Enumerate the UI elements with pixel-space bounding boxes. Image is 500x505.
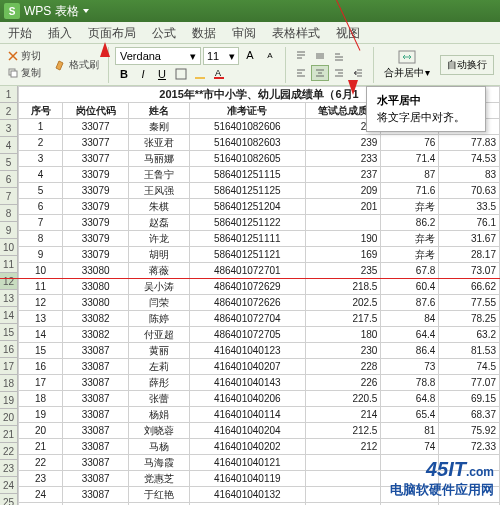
- cell[interactable]: 马杨: [129, 439, 190, 455]
- cell[interactable]: 马丽娜: [129, 151, 190, 167]
- row-header[interactable]: 7: [0, 188, 18, 205]
- cell[interactable]: 66.62: [439, 279, 500, 295]
- row-header[interactable]: 19: [0, 392, 18, 409]
- cell[interactable]: 586401251115: [189, 167, 305, 183]
- cell[interactable]: 11: [19, 279, 63, 295]
- cell[interactable]: 33087: [63, 359, 129, 375]
- increase-font-button[interactable]: A: [241, 47, 259, 63]
- cell[interactable]: 416401040119: [189, 471, 305, 487]
- cell[interactable]: 陈婷: [129, 311, 190, 327]
- cell[interactable]: 9: [19, 247, 63, 263]
- menu-3[interactable]: 公式: [144, 22, 184, 43]
- cell[interactable]: 弃考: [381, 199, 439, 215]
- cell[interactable]: 486401072626: [189, 295, 305, 311]
- cell[interactable]: 180: [305, 327, 381, 343]
- italic-button[interactable]: I: [134, 66, 152, 82]
- cell[interactable]: 19: [19, 407, 63, 423]
- cell[interactable]: 416401040123: [189, 343, 305, 359]
- cell[interactable]: 左莉: [129, 359, 190, 375]
- cell[interactable]: 169: [305, 247, 381, 263]
- row-header[interactable]: 15: [0, 324, 18, 341]
- row-header[interactable]: 17: [0, 358, 18, 375]
- row-header[interactable]: 18: [0, 375, 18, 392]
- cell[interactable]: 薛彤: [129, 375, 190, 391]
- cell[interactable]: 刘晓蓉: [129, 423, 190, 439]
- row-header[interactable]: 8: [0, 205, 18, 222]
- merge-center-button[interactable]: 合并居中▾: [380, 48, 434, 82]
- cell[interactable]: 486401072704: [189, 311, 305, 327]
- cell[interactable]: 516401082606: [189, 119, 305, 135]
- cell[interactable]: 4: [19, 167, 63, 183]
- menu-4[interactable]: 数据: [184, 22, 224, 43]
- cell[interactable]: 31.67: [439, 231, 500, 247]
- row-header[interactable]: 2: [0, 103, 18, 120]
- row-header[interactable]: 3: [0, 120, 18, 137]
- cell[interactable]: 416401040202: [189, 439, 305, 455]
- cell[interactable]: 3: [19, 151, 63, 167]
- cell[interactable]: 33080: [63, 295, 129, 311]
- cell[interactable]: 20: [19, 423, 63, 439]
- cell[interactable]: 33087: [63, 439, 129, 455]
- cell[interactable]: 33082: [63, 311, 129, 327]
- fill-color-button[interactable]: [191, 66, 209, 82]
- cell[interactable]: 33087: [63, 471, 129, 487]
- cell[interactable]: 516401082603: [189, 135, 305, 151]
- cell[interactable]: 486401072705: [189, 327, 305, 343]
- row-header[interactable]: 20: [0, 409, 18, 426]
- cell[interactable]: 33087: [63, 423, 129, 439]
- cell[interactable]: 74: [381, 439, 439, 455]
- cell[interactable]: 16: [19, 359, 63, 375]
- cell[interactable]: 33077: [63, 151, 129, 167]
- cell[interactable]: 78.8: [381, 375, 439, 391]
- align-bottom-button[interactable]: [330, 48, 348, 64]
- cell[interactable]: [305, 215, 381, 231]
- row-header[interactable]: 14: [0, 307, 18, 324]
- cell[interactable]: 230: [305, 343, 381, 359]
- cell[interactable]: 24: [19, 487, 63, 503]
- cell[interactable]: 33087: [63, 391, 129, 407]
- cell[interactable]: 416401040143: [189, 375, 305, 391]
- cell[interactable]: 许龙: [129, 231, 190, 247]
- cell[interactable]: 214: [305, 407, 381, 423]
- cell[interactable]: 70.63: [439, 183, 500, 199]
- cell[interactable]: 33087: [63, 343, 129, 359]
- copy-button[interactable]: 复制: [4, 65, 44, 81]
- cell[interactable]: 18: [19, 391, 63, 407]
- cell[interactable]: 33087: [63, 375, 129, 391]
- cell[interactable]: 77.55: [439, 295, 500, 311]
- cell[interactable]: 33080: [63, 263, 129, 279]
- cell[interactable]: 王鲁宁: [129, 167, 190, 183]
- cell[interactable]: [305, 471, 381, 487]
- cell[interactable]: 586401251111: [189, 231, 305, 247]
- cell[interactable]: 586401251125: [189, 183, 305, 199]
- cell[interactable]: 228: [305, 359, 381, 375]
- cell[interactable]: 86.2: [381, 215, 439, 231]
- font-select[interactable]: Verdana ▾: [115, 47, 201, 65]
- cell[interactable]: 226: [305, 375, 381, 391]
- cell[interactable]: 65.4: [381, 407, 439, 423]
- cell[interactable]: 33082: [63, 327, 129, 343]
- cell[interactable]: 77.07: [439, 375, 500, 391]
- cell[interactable]: 586401251121: [189, 247, 305, 263]
- cell[interactable]: 212.5: [305, 423, 381, 439]
- menu-0[interactable]: 开始: [0, 22, 40, 43]
- cell[interactable]: 486401072701: [189, 263, 305, 279]
- cell[interactable]: 33080: [63, 279, 129, 295]
- row-header[interactable]: 25: [0, 494, 18, 505]
- row-header[interactable]: 16: [0, 341, 18, 358]
- cell[interactable]: 87.6: [381, 295, 439, 311]
- cell[interactable]: 秦刚: [129, 119, 190, 135]
- cell[interactable]: 235: [305, 263, 381, 279]
- cell[interactable]: 71.6: [381, 183, 439, 199]
- cell[interactable]: 63.2: [439, 327, 500, 343]
- cell[interactable]: 416401040206: [189, 391, 305, 407]
- cell[interactable]: 81.53: [439, 343, 500, 359]
- decrease-font-button[interactable]: A: [261, 47, 279, 63]
- cell[interactable]: 74.53: [439, 151, 500, 167]
- cell[interactable]: 586401251204: [189, 199, 305, 215]
- cell[interactable]: 黄丽: [129, 343, 190, 359]
- cell[interactable]: 69.15: [439, 391, 500, 407]
- align-right-button[interactable]: [330, 65, 348, 81]
- cell[interactable]: 76.1: [439, 215, 500, 231]
- menu-2[interactable]: 页面布局: [80, 22, 144, 43]
